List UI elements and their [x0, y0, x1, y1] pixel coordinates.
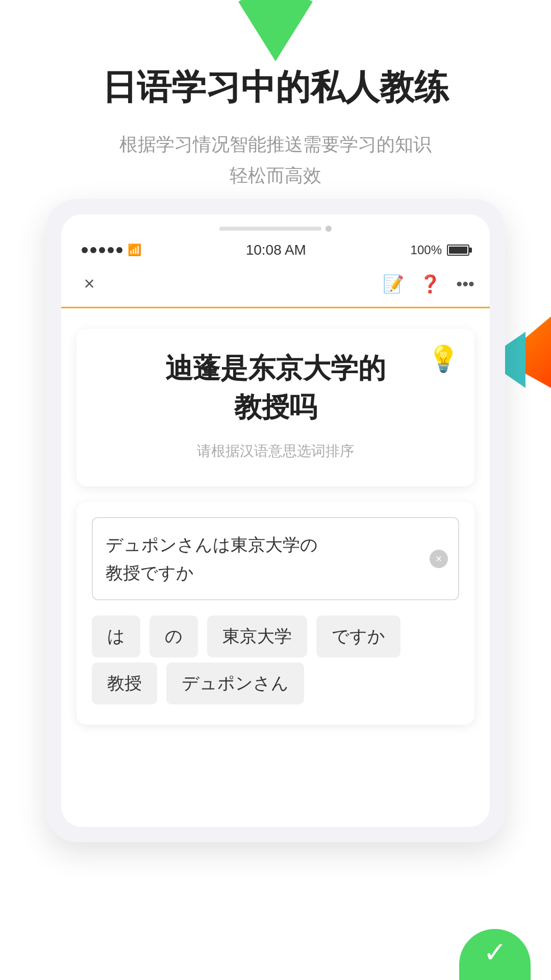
bottom-check-decoration: ✓ [459, 929, 531, 980]
battery-percent: 100% [411, 243, 442, 257]
question-line2: 教授吗 [234, 391, 317, 422]
hero-subtitle: 根据学习情况智能推送需要学习的知识 轻松而高效 [31, 129, 520, 191]
wifi-icon: 📶 [128, 243, 141, 257]
question-card: 💡 迪蓬是东京大学的 教授吗 请根据汉语意思选词排序 [77, 329, 474, 486]
chip-ha[interactable]: は [92, 616, 140, 657]
close-button[interactable]: × [77, 271, 102, 297]
clear-button[interactable]: × [430, 550, 448, 568]
chip-dupon[interactable]: デュポンさん [166, 663, 304, 704]
question-line1: 迪蓬是东京大学的 [165, 353, 386, 383]
check-icon: ✓ [483, 936, 507, 969]
app-toolbar: × 📝 ❓ ••• [61, 266, 490, 308]
hero-title: 日语学习中的私人教练 [31, 66, 520, 108]
question-instruction: 请根据汉语意思选词排序 [97, 442, 454, 461]
status-right: 100% [411, 243, 469, 257]
progress-area [61, 214, 490, 237]
mockup-inner: 📶 10:08 AM 100% × 📝 ❓ ••• 💡 [61, 214, 490, 827]
chip-kyoju[interactable]: 教授 [92, 663, 157, 704]
status-bar: 📶 10:08 AM 100% [61, 237, 490, 266]
progress-fill [219, 227, 301, 231]
chip-desuka[interactable]: ですか [316, 616, 400, 657]
close-icon: × [84, 273, 94, 295]
answer-text: デュポンさんは東京大学の教授ですか [106, 531, 430, 586]
chip-todai[interactable]: 東京大学 [207, 616, 307, 657]
phone-mockup: 📶 10:08 AM 100% × 📝 ❓ ••• 💡 [46, 199, 505, 842]
edit-icon[interactable]: 📝 [383, 274, 404, 294]
help-icon[interactable]: ❓ [419, 274, 441, 294]
question-text: 迪蓬是东京大学的 教授吗 [97, 349, 454, 426]
hero-subtitle-line2: 轻松而高效 [230, 165, 321, 186]
clear-icon: × [436, 553, 442, 565]
more-icon[interactable]: ••• [456, 274, 474, 294]
top-triangle-decoration [237, 0, 314, 61]
word-chips-row1: は の 東京大学 ですか [92, 616, 459, 657]
battery-icon [447, 244, 469, 256]
hint-icon: 💡 [428, 344, 459, 374]
hero-section: 日语学习中的私人教练 根据学习情况智能推送需要学习的知识 轻松而高效 [0, 66, 551, 191]
hero-subtitle-line1: 根据学习情况智能推送需要学习的知识 [119, 134, 432, 155]
progress-dot [325, 226, 332, 232]
answer-input-box[interactable]: デュポンさんは東京大学の教授ですか × [92, 517, 459, 600]
answer-area: デュポンさんは東京大学の教授ですか × は の 東京大学 ですか 教授 デュポン… [77, 502, 474, 725]
progress-bar [219, 227, 321, 231]
chip-no[interactable]: の [149, 616, 198, 657]
word-chips-row2: 教授 デュポンさん [92, 663, 459, 704]
toolbar-icons: 📝 ❓ ••• [383, 274, 474, 294]
battery-fill [449, 247, 467, 254]
status-time: 10:08 AM [246, 242, 306, 258]
status-left: 📶 [82, 243, 141, 257]
signal-dots [82, 247, 122, 253]
